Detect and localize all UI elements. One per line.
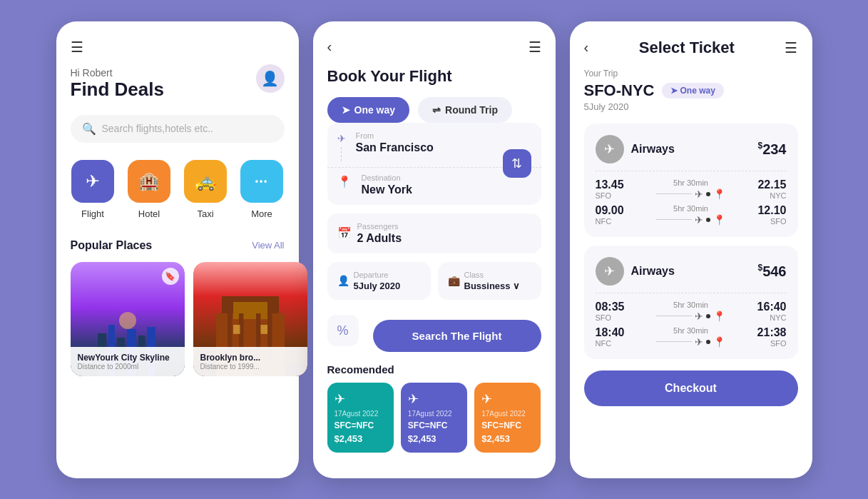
dot [706, 218, 710, 222]
tab-roundtrip[interactable]: ⇌ Round Trip [418, 97, 512, 123]
class-icon: 💼 [448, 275, 460, 286]
your-trip-label: Your Trip [584, 69, 798, 79]
ticket-price: $546 [757, 263, 786, 280]
menu-icon[interactable]: ☰ [71, 39, 83, 55]
recommended-card-1[interactable]: ✈ 17Agust 2022 SFC=NFC $2,453 [401, 383, 467, 453]
class-label: Class [464, 271, 521, 279]
back-button[interactable]: ‹ [584, 39, 589, 56]
departure-label: Departure [354, 271, 401, 279]
line-left [656, 193, 692, 195]
flight-line: ✈ 📍 [624, 214, 758, 226]
card-price: $2,453 [408, 433, 460, 444]
place-info-brooklyn: Brooklyn bro... Distance to 1999... [193, 347, 307, 376]
pin-icon: 📍 [713, 336, 725, 348]
place-distance: Distance to 1999... [200, 363, 300, 371]
greeting: Hi Robert [71, 67, 285, 79]
card-flight-icon: ✈ [481, 391, 533, 407]
dep-code: SFO [596, 313, 625, 322]
ticket-price: $234 [757, 141, 786, 158]
recommended-card-2[interactable]: ✈ 17Agust 2022 SFC=NFC $2,453 [474, 383, 541, 453]
class-field[interactable]: 💼 Class Bussiness ∨ [438, 262, 541, 300]
passengers-label: Passengers [357, 222, 402, 231]
swap-button[interactable]: ⇅ [503, 149, 531, 178]
place-newyork[interactable]: 🔖 NewYourk City Skyline Distance to 2000… [71, 262, 185, 376]
arr-time: 22.15 [757, 178, 786, 191]
departure-info: 18:40 NFC [596, 326, 625, 348]
card-date: 17Agust 2022 [408, 410, 460, 418]
recommended-cards: ✈ 17Agust 2022 SFC=NFC $2,453 ✈ 17Agust … [327, 383, 541, 453]
class-value: Bussiness ∨ [464, 281, 521, 291]
dep-time: 18:40 [596, 326, 625, 339]
dep-time: 08:35 [596, 301, 625, 313]
screen-book-flight: ‹ ☰ Book Your Flight ➤ One way ⇌ Round T… [313, 21, 556, 478]
plane-icon: ✈ [695, 188, 703, 200]
category-flight[interactable]: ✈ Flight [71, 160, 114, 219]
tab-oneway[interactable]: ➤ One way [327, 97, 410, 123]
oneway-icon: ➤ [342, 104, 350, 116]
dot [706, 314, 710, 318]
more-icon: ••• [240, 160, 283, 203]
category-hotel[interactable]: 🏨 Hotel [128, 160, 170, 219]
card-date: 17Agust 2022 [481, 410, 533, 418]
card-price: $2,453 [481, 433, 533, 444]
menu-icon[interactable]: ☰ [529, 39, 541, 56]
departure-info: 08:35 SFO [596, 301, 625, 322]
taxi-label: Taxi [197, 208, 213, 219]
dep-code: NFC [596, 217, 624, 226]
oneway-badge: ➤ One way [662, 83, 724, 99]
flight-row-1-1: 18:40 NFC 5hr 30min ✈ 📍 21:38 SFO [596, 326, 787, 348]
category-list: ✈ Flight 🏨 Hotel 🚕 Taxi ••• More [71, 160, 285, 219]
screen-select-ticket: ‹ Select Ticket ☰ Your Trip SFO-NYC ➤ On… [570, 21, 812, 478]
roundtrip-icon: ⇌ [432, 104, 441, 116]
category-taxi[interactable]: 🚕 Taxi [184, 160, 227, 219]
flight-row-0-1: 09.00 NFC 5hr 30min ✈ 📍 12.10 SFO [596, 204, 787, 226]
badge-arrow-icon: ➤ [670, 86, 678, 96]
book-title: Book Your Flight [327, 67, 541, 86]
route-text: SFO-NYC [584, 81, 655, 100]
arr-code: NYC [757, 313, 787, 322]
trip-date: 5July 2020 [584, 101, 798, 112]
passengers-field[interactable]: 📅 Passengers 2 Adults [327, 213, 541, 253]
back-button[interactable]: ‹ [327, 39, 332, 55]
from-label: From [356, 131, 434, 140]
category-more[interactable]: ••• More [240, 160, 283, 219]
duration: 5hr 30min [673, 204, 708, 213]
arrive-info: 12.10 SFO [757, 204, 786, 226]
departure-field[interactable]: 👤 Departure 5July 2020 [327, 262, 431, 300]
ticket-card-1[interactable]: ✈ Airways $546 08:35 SFO 5hr 30min ✈ [584, 246, 798, 359]
from-value: San Francisco [356, 141, 434, 154]
flight-row-1-0: 08:35 SFO 5hr 30min ✈ 📍 16:40 NYC [596, 301, 787, 322]
place-name: Brooklyn bro... [200, 353, 300, 363]
avatar[interactable]: 👤 [256, 64, 285, 93]
card-date: 17Agust 2022 [335, 410, 387, 418]
dot [706, 340, 710, 344]
card-route: SFC=NFC [481, 420, 533, 430]
place-brooklyn[interactable]: Brooklyn bro... Distance to 1999... [193, 262, 307, 376]
search-icon: 🔍 [82, 122, 96, 136]
plane-icon: ✈ [695, 336, 703, 348]
card-flight-icon: ✈ [408, 391, 460, 407]
svg-rect-9 [233, 302, 267, 319]
menu-icon[interactable]: ☰ [785, 39, 797, 56]
svg-point-6 [119, 312, 136, 329]
airline-info: ✈ Airways [596, 135, 675, 163]
duration: 5hr 30min [673, 326, 708, 335]
flight-line: ✈ 📍 [624, 311, 757, 322]
checkout-button[interactable]: Checkout [584, 371, 798, 406]
pin-icon: 📍 [713, 311, 725, 322]
search-bar[interactable]: 🔍 Search flights,hotels etc.. [71, 115, 285, 143]
ticket-card-0[interactable]: ✈ Airways $234 13.45 SFO 5hr 30min ✈ [584, 124, 798, 237]
airline-info: ✈ Airways [596, 257, 675, 286]
airline-row-1: ✈ Airways $546 [596, 257, 787, 293]
view-all-button[interactable]: View All [252, 240, 284, 251]
recommended-card-0[interactable]: ✈ 17Agust 2022 SFC=NFC $2,453 [327, 383, 394, 453]
route-row: SFO-NYC ➤ One way [584, 81, 798, 100]
duration: 5hr 30min [673, 178, 708, 187]
passengers-value: 2 Adults [357, 232, 402, 245]
bookmark-icon[interactable]: 🔖 [162, 268, 179, 285]
discount-icon[interactable]: % [327, 315, 359, 346]
duration: 5hr 30min [673, 301, 708, 309]
taxi-icon: 🚕 [184, 160, 227, 203]
pin-icon: 📍 [713, 214, 725, 226]
search-button[interactable]: Search The Flight [373, 320, 541, 352]
